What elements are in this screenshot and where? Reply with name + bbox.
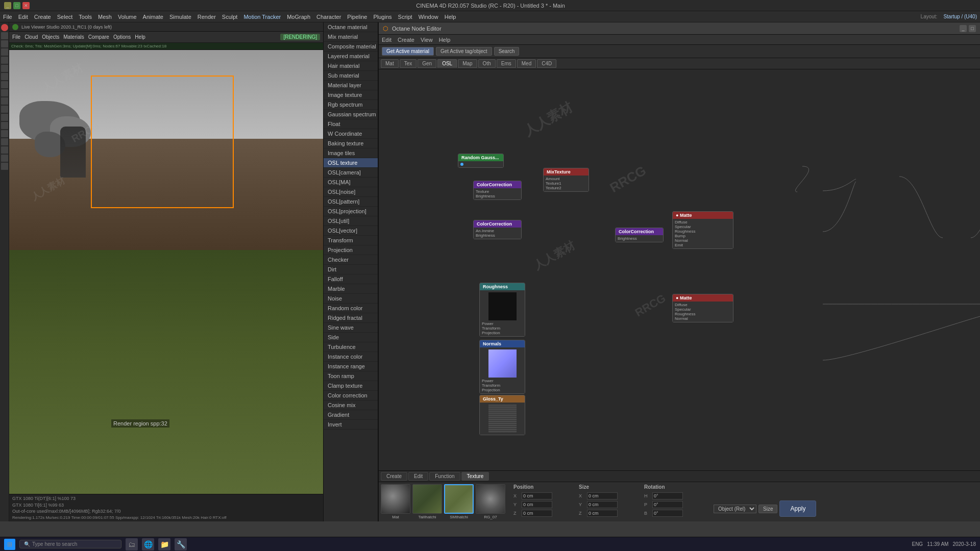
pos-z-input[interactable] <box>522 510 552 517</box>
menu-window[interactable]: Window <box>419 14 438 20</box>
menu-select[interactable]: Select <box>57 14 73 20</box>
menu-mograph[interactable]: MoGraph <box>287 14 310 20</box>
dropdown-item-18[interactable]: OSL[pattern] <box>324 197 378 207</box>
sidebar-icon-2[interactable] <box>1 32 8 39</box>
octane-menu-view[interactable]: View <box>421 37 433 43</box>
dropdown-item-32[interactable]: Side <box>324 333 378 342</box>
layout-selector[interactable]: Startup / (U40) <box>943 14 977 19</box>
gaussian-node[interactable]: Random Gauss... <box>458 154 504 168</box>
sidebar-icon-8[interactable] <box>1 81 8 88</box>
search-bar[interactable]: 🔍 Type here to search <box>19 540 121 548</box>
sidebar-icon-14[interactable] <box>1 130 8 137</box>
dropdown-item-40[interactable]: Gradient <box>324 410 378 420</box>
menu-pipeline[interactable]: Pipeline <box>347 14 367 20</box>
dropdown-item-6[interactable]: Material layer <box>324 81 378 90</box>
dropdown-item-3[interactable]: Layered material <box>324 52 378 61</box>
tab-med[interactable]: Med <box>517 59 536 68</box>
sidebar-icon-12[interactable] <box>1 114 8 121</box>
tab-create[interactable]: Create <box>381 472 407 481</box>
task-icon-1[interactable]: 🗂 <box>126 538 138 550</box>
dropdown-item-28[interactable]: Noise <box>324 294 378 304</box>
tab-map[interactable]: Map <box>458 59 477 68</box>
dropdown-item-10[interactable]: Float <box>324 119 378 129</box>
menu-create[interactable]: Create <box>34 14 51 20</box>
thumbnail-rg07[interactable] <box>476 484 505 514</box>
task-icon-4[interactable]: 🔧 <box>175 538 187 550</box>
menu-sculpt[interactable]: Sculpt <box>222 14 238 20</box>
dropdown-item-11[interactable]: W Coordinate <box>324 129 378 139</box>
menu-plugins[interactable]: Plugins <box>373 14 391 20</box>
colorcorr1-node[interactable]: ColorCorrection Texture Brightness <box>473 181 522 200</box>
sidebar-icon-5[interactable] <box>1 57 8 64</box>
sidebar-icon-4[interactable] <box>1 48 8 56</box>
sidebar-icon-18[interactable] <box>1 163 8 170</box>
dropdown-item-9[interactable]: Gaussian spectrum <box>324 110 378 119</box>
dropdown-item-1[interactable]: Mix material <box>324 32 378 42</box>
sidebar-icon-9[interactable] <box>1 89 8 96</box>
dropdown-item-39[interactable]: Cosine mix <box>324 400 378 410</box>
tab-texture[interactable]: Texture <box>461 472 489 481</box>
menu-animate[interactable]: Animate <box>143 14 163 20</box>
rot-p-input[interactable] <box>652 501 683 508</box>
vp-file[interactable]: File <box>12 34 20 40</box>
dropdown-item-41[interactable]: Invert <box>324 420 378 430</box>
dropdown-item-5[interactable]: Sub material <box>324 71 378 81</box>
dropdown-item-34[interactable]: Instance color <box>324 352 378 362</box>
dropdown-item-12[interactable]: Baking texture <box>324 139 378 148</box>
vp-materials[interactable]: Materials <box>63 34 84 40</box>
dropdown-item-16[interactable]: OSL[MA] <box>324 178 378 187</box>
vp-options[interactable]: Options <box>113 34 131 40</box>
menu-file[interactable]: File <box>3 14 12 20</box>
menu-script[interactable]: Script <box>398 14 412 20</box>
dropdown-item-14[interactable]: OSL texture <box>324 158 378 168</box>
task-icon-3[interactable]: 📁 <box>158 538 170 550</box>
dropdown-item-33[interactable]: Turbulence <box>324 342 378 352</box>
gloss-node[interactable]: Gloss_Ty <box>479 395 525 435</box>
octane-min-btn[interactable]: _ <box>960 25 967 32</box>
maximize-button[interactable]: □ <box>13 2 20 9</box>
sidebar-icon-15[interactable] <box>1 138 8 145</box>
sidebar-icon-10[interactable] <box>1 97 8 105</box>
viewport-content[interactable]: Render region spp:32 人人素材 RRCG 人人素材 <box>9 50 323 494</box>
matte1-node[interactable]: ● Matte Diffuse Specular Roughness Bump … <box>672 211 733 249</box>
node-canvas[interactable]: Random Gauss... ColorCorrection Texture … <box>379 69 980 470</box>
apply-button[interactable]: Apply <box>779 500 816 517</box>
octane-max-btn[interactable]: □ <box>969 25 976 32</box>
dropdown-item-2[interactable]: Composite material <box>324 42 378 52</box>
sidebar-icon-11[interactable] <box>1 106 8 113</box>
dropdown-item-24[interactable]: Checker <box>324 255 378 265</box>
dropdown-item-37[interactable]: Clamp texture <box>324 381 378 391</box>
object-rel-dropdown[interactable]: Object (Rel) <box>714 505 756 513</box>
dropdown-item-23[interactable]: Projection <box>324 245 378 255</box>
colorcorr3-node[interactable]: ColorCorrection Brightness <box>615 228 664 242</box>
menu-edit[interactable]: Edit <box>18 14 28 20</box>
colorcorr2-node[interactable]: ColorCorrection An.Inmine Brightness <box>473 220 522 239</box>
sidebar-icon-7[interactable] <box>1 73 8 80</box>
menu-help[interactable]: Help <box>445 14 456 20</box>
pos-y-input[interactable] <box>522 501 552 508</box>
dropdown-item-29[interactable]: Random color <box>324 304 378 313</box>
mixtex-node[interactable]: MixTexture Amount Texture1 Texture2 <box>543 168 589 192</box>
size-x-input[interactable] <box>587 492 618 499</box>
tab-edit[interactable]: Edit <box>408 472 428 481</box>
menu-volume[interactable]: Volume <box>118 14 137 20</box>
vp-cloud[interactable]: Cloud <box>24 34 38 40</box>
menu-tools[interactable]: Tools <box>79 14 92 20</box>
tab-gen[interactable]: Gen <box>418 59 436 68</box>
rot-h-input[interactable] <box>652 492 683 499</box>
size-y-input[interactable] <box>587 501 618 508</box>
sidebar-icon-17[interactable] <box>1 155 8 162</box>
sidebar-icon-13[interactable] <box>1 122 8 129</box>
dropdown-item-30[interactable]: Ridged fractal <box>324 313 378 323</box>
task-icon-2[interactable]: 🌐 <box>142 538 154 550</box>
vp-compare[interactable]: Compare <box>88 34 109 40</box>
dropdown-item-4[interactable]: Hair material <box>324 61 378 71</box>
dropdown-item-8[interactable]: Rgb spectrum <box>324 100 378 110</box>
dropdown-item-22[interactable]: Transform <box>324 236 378 245</box>
dropdown-item-0[interactable]: Octane material <box>324 22 378 32</box>
tab-c4d[interactable]: C4D <box>537 59 556 68</box>
dropdown-item-38[interactable]: Color correction <box>324 391 378 400</box>
roughness-node[interactable]: Roughness Power Transform Projection <box>479 283 525 337</box>
dropdown-item-25[interactable]: Dirt <box>324 265 378 274</box>
tab-oth[interactable]: Oth <box>478 59 496 68</box>
